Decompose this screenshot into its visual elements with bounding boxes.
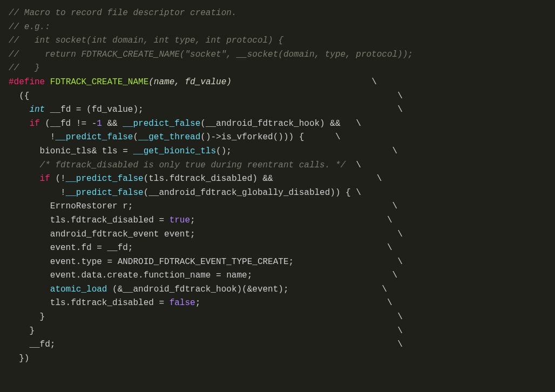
function-call: __predict_false: [55, 132, 133, 142]
code-text: (__fd != -: [40, 119, 97, 129]
backslash: \: [387, 243, 392, 253]
code-text: bionic_tls& tls =: [9, 146, 133, 156]
backslash: \: [397, 312, 403, 322]
code-text: }: [9, 312, 45, 322]
comment-line: /* fdtrack_disabled is only true during …: [9, 160, 346, 170]
code-text: android_fdtrack_event event;: [9, 229, 195, 239]
code-text: (__android_fdtrack_hook) &&: [200, 119, 340, 129]
backslash: \: [335, 132, 341, 142]
backslash: \: [392, 201, 398, 211]
code-text: __fd;: [9, 340, 55, 349]
code-text: ({: [9, 91, 29, 101]
code-text: (&__android_fdtrack_hook)(&event);: [107, 285, 288, 294]
code-text: ;: [190, 215, 195, 225]
backslash: \: [387, 298, 392, 308]
backslash: \: [397, 257, 403, 267]
code-text: [9, 285, 50, 294]
code-text: !: [9, 132, 55, 142]
backslash: \: [356, 119, 361, 129]
code-block: // Macro to record file descriptor creat…: [9, 6, 546, 366]
comment-line: // }: [9, 63, 40, 73]
backslash: \: [397, 91, 403, 101]
backslash: \: [397, 326, 403, 336]
code-text: event.type = ANDROID_FDTRACK_EVENT_TYPE_…: [9, 257, 294, 267]
comment-line: // e.g.:: [9, 22, 50, 32]
comment-line: // int socket(int domain, int type, int …: [9, 36, 283, 45]
macro-name: FDTRACK_CREATE_NAME: [50, 77, 148, 87]
backslash: \: [356, 188, 361, 198]
backslash: \: [387, 215, 392, 225]
function-call: __get_bionic_tls: [133, 146, 216, 156]
code-text: !: [9, 188, 66, 198]
code-text: }): [9, 354, 29, 363]
number-literal: 1: [97, 119, 102, 129]
code-text: ()->is_vforked())) {: [200, 132, 304, 142]
code-text: __fd = (fd_value);: [45, 105, 143, 114]
code-text: tls.fdtrack_disabled =: [9, 215, 170, 225]
function-call: atomic_load: [50, 285, 107, 294]
backslash: \: [356, 160, 361, 170]
code-text: (__android_fdtrack_globally_disabled)) {: [144, 188, 351, 198]
function-call: __predict_false: [123, 119, 200, 129]
bool-literal: false: [170, 298, 195, 308]
backslash: \: [397, 229, 403, 239]
define-keyword: #define: [9, 77, 45, 87]
comment-line: // Macro to record file descriptor creat…: [9, 8, 236, 18]
code-text: ();: [216, 146, 232, 156]
comment-line: // return FDTRACK_CREATE_NAME("socket", …: [9, 50, 413, 59]
code-text: ;: [195, 298, 201, 308]
code-text: tls.fdtrack_disabled =: [9, 298, 170, 308]
backslash: \: [392, 146, 398, 156]
if-keyword: if: [40, 174, 50, 184]
code-text: ErrnoRestorer r;: [9, 201, 133, 211]
backslash: \: [397, 340, 403, 349]
function-call: __predict_false: [66, 174, 144, 184]
backslash: \: [371, 77, 377, 87]
code-text: (: [133, 132, 138, 142]
backslash: \: [392, 271, 398, 280]
code-text: event.data.create.function_name = name;: [9, 271, 252, 280]
backslash: \: [397, 105, 403, 114]
function-call: __get_thread: [138, 132, 200, 142]
backslash: \: [382, 285, 387, 294]
function-call: __predict_false: [66, 188, 144, 198]
code-text: (!: [50, 174, 66, 184]
code-text: &&: [102, 119, 123, 129]
if-keyword: if: [29, 119, 39, 129]
backslash: \: [377, 174, 382, 184]
code-text: }: [9, 326, 35, 336]
macro-args: (name, fd_value): [148, 77, 232, 87]
bool-literal: true: [170, 215, 190, 225]
code-text: (tls.fdtrack_disabled) &&: [144, 174, 273, 184]
code-text: event.fd = __fd;: [9, 243, 133, 253]
type-keyword: int: [29, 105, 45, 114]
